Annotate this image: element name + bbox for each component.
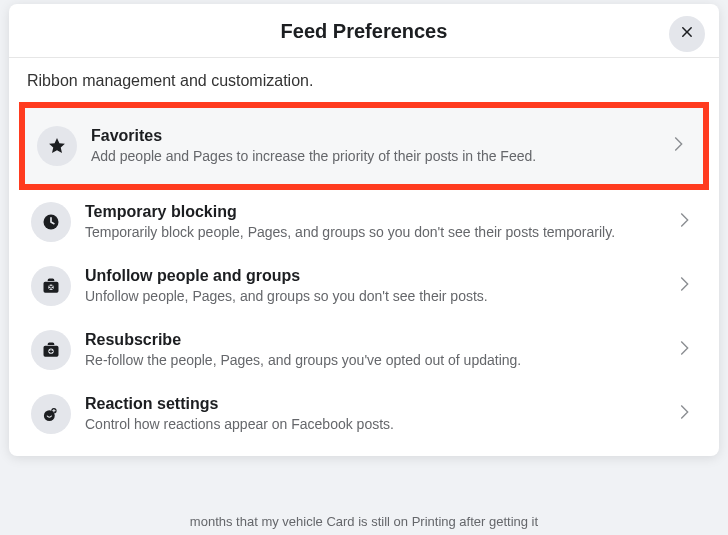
list-item-text: Reaction settings Control how reactions …: [85, 395, 665, 434]
close-icon: [678, 23, 696, 45]
list-item-title: Favorites: [91, 127, 659, 145]
star-icon: [37, 126, 77, 166]
preferences-list: Favorites Add people and Pages to increa…: [9, 96, 719, 456]
feed-preferences-modal: Feed Preferences Ribbon management and c…: [9, 4, 719, 456]
list-item-title: Reaction settings: [85, 395, 665, 413]
clock-icon: [31, 202, 71, 242]
list-item-unfollow[interactable]: Unfollow people and groups Unfollow peop…: [19, 254, 709, 318]
chevron-right-icon: [673, 401, 695, 427]
chevron-right-icon: [673, 273, 695, 299]
chevron-right-icon: [667, 133, 689, 159]
reaction-icon: [31, 394, 71, 434]
list-item-resubscribe[interactable]: Resubscribe Re-follow the people, Pages,…: [19, 318, 709, 382]
list-item-favorites[interactable]: Favorites Add people and Pages to increa…: [19, 102, 709, 190]
list-item-reaction-settings[interactable]: Reaction settings Control how reactions …: [19, 382, 709, 446]
list-item-desc: Control how reactions appear on Facebook…: [85, 415, 665, 434]
list-item-text: Favorites Add people and Pages to increa…: [91, 127, 659, 166]
chevron-right-icon: [673, 209, 695, 235]
list-item-desc: Add people and Pages to increase the pri…: [91, 147, 659, 166]
list-item-desc: Re-follow the people, Pages, and groups …: [85, 351, 665, 370]
list-item-title: Resubscribe: [85, 331, 665, 349]
modal-title: Feed Preferences: [9, 20, 719, 43]
close-button[interactable]: [669, 16, 705, 52]
list-item-text: Unfollow people and groups Unfollow peop…: [85, 267, 665, 306]
list-item-desc: Unfollow people, Pages, and groups so yo…: [85, 287, 665, 306]
chevron-right-icon: [673, 337, 695, 363]
resubscribe-icon: [31, 330, 71, 370]
list-item-desc: Temporarily block people, Pages, and gro…: [85, 223, 665, 242]
list-item-temporary-blocking[interactable]: Temporary blocking Temporarily block peo…: [19, 190, 709, 254]
list-item-text: Resubscribe Re-follow the people, Pages,…: [85, 331, 665, 370]
modal-subtitle: Ribbon management and customization.: [9, 58, 719, 96]
unfollow-icon: [31, 266, 71, 306]
background-snippet: months that my vehicle Card is still on …: [0, 514, 728, 529]
list-item-text: Temporary blocking Temporarily block peo…: [85, 203, 665, 242]
list-item-title: Temporary blocking: [85, 203, 665, 221]
list-item-title: Unfollow people and groups: [85, 267, 665, 285]
modal-header: Feed Preferences: [9, 4, 719, 58]
